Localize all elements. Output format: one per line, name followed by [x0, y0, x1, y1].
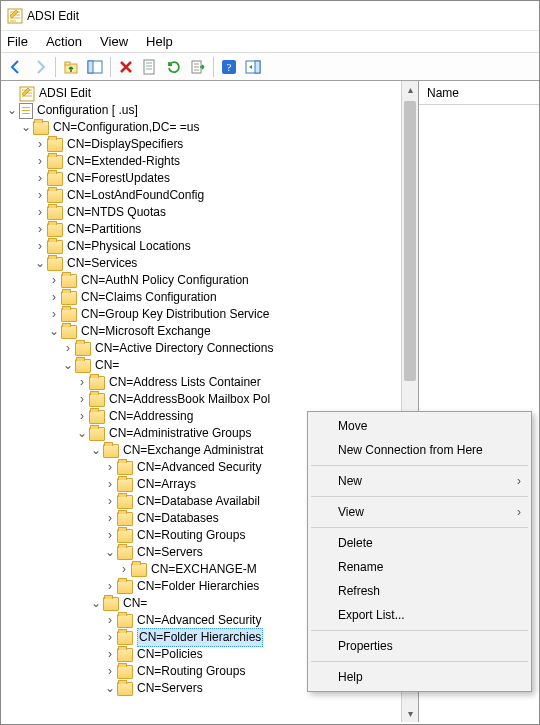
tree-label: CN=Policies — [137, 646, 203, 663]
expander-icon[interactable]: › — [47, 272, 61, 289]
window-title: ADSI Edit — [27, 9, 79, 23]
expander-icon[interactable]: › — [47, 289, 61, 306]
menu-help[interactable]: Help — [146, 34, 173, 49]
scroll-down-icon[interactable]: ▾ — [402, 705, 418, 722]
ctx-delete[interactable]: Delete — [310, 531, 529, 555]
scrollbar-thumb[interactable] — [404, 101, 416, 381]
show-hide-tree-button[interactable] — [84, 56, 106, 78]
folder-icon — [89, 376, 105, 390]
action-pane-button[interactable] — [242, 56, 264, 78]
expander-icon[interactable]: ⌄ — [103, 680, 117, 697]
menu-file[interactable]: File — [7, 34, 28, 49]
ctx-new[interactable]: New› — [310, 469, 529, 493]
menu-action[interactable]: Action — [46, 34, 82, 49]
tree-node-configuration-dn[interactable]: ⌄ CN=Configuration,DC= =us — [5, 119, 418, 136]
refresh-button[interactable] — [163, 56, 185, 78]
delete-button[interactable] — [115, 56, 137, 78]
ctx-rename[interactable]: Rename — [310, 555, 529, 579]
tree-node[interactable]: ›CN=LostAndFoundConfig — [5, 187, 418, 204]
forward-button[interactable] — [29, 56, 51, 78]
ctx-export[interactable]: Export List... — [310, 603, 529, 627]
ctx-refresh[interactable]: Refresh — [310, 579, 529, 603]
expander-icon[interactable]: › — [33, 187, 47, 204]
expander-icon[interactable]: › — [33, 221, 47, 238]
help-button[interactable]: ? — [218, 56, 240, 78]
expander-icon[interactable]: › — [103, 527, 117, 544]
folder-icon — [61, 274, 77, 288]
expander-icon[interactable]: ⌄ — [89, 595, 103, 612]
up-button[interactable] — [60, 56, 82, 78]
expander-icon[interactable]: › — [103, 459, 117, 476]
expander-icon[interactable]: ⌄ — [89, 442, 103, 459]
expander-icon[interactable]: ⌄ — [5, 102, 19, 119]
chevron-right-icon: › — [517, 505, 521, 519]
expander-icon[interactable]: › — [33, 238, 47, 255]
tree-node[interactable]: ›CN=Partitions — [5, 221, 418, 238]
expander-icon[interactable]: › — [75, 408, 89, 425]
export-button[interactable] — [187, 56, 209, 78]
ctx-properties[interactable]: Properties — [310, 634, 529, 658]
chevron-right-icon: › — [517, 474, 521, 488]
context-menu: Move New Connection from Here New› View›… — [307, 411, 532, 692]
tree-label: CN=AuthN Policy Configuration — [81, 272, 249, 289]
ctx-label: Properties — [338, 639, 393, 653]
folder-icon — [47, 240, 63, 254]
scroll-up-icon[interactable]: ▴ — [402, 81, 418, 98]
expander-icon[interactable]: ⌄ — [103, 544, 117, 561]
expander-icon[interactable]: › — [117, 561, 131, 578]
folder-icon — [47, 189, 63, 203]
expander-icon[interactable]: › — [103, 510, 117, 527]
expander-icon[interactable]: ⌄ — [75, 425, 89, 442]
tree-node[interactable]: ›CN=Physical Locations — [5, 238, 418, 255]
expander-icon[interactable]: › — [103, 493, 117, 510]
expander-icon[interactable]: › — [103, 663, 117, 680]
ctx-view[interactable]: View› — [310, 500, 529, 524]
tree-node[interactable]: ›CN=Extended-Rights — [5, 153, 418, 170]
expander-icon[interactable]: › — [47, 306, 61, 323]
ctx-label: New Connection from Here — [338, 443, 483, 457]
expander-icon[interactable]: › — [33, 136, 47, 153]
ctx-move[interactable]: Move — [310, 414, 529, 438]
tree-node[interactable]: ›CN=Active Directory Connections — [5, 340, 418, 357]
expander-icon[interactable]: › — [103, 629, 117, 646]
tree-node[interactable]: ›CN=Group Key Distribution Service — [5, 306, 418, 323]
tree-node-services[interactable]: ⌄CN=Services — [5, 255, 418, 272]
expander-icon[interactable]: › — [33, 170, 47, 187]
tree-node[interactable]: ›CN=Address Lists Container — [5, 374, 418, 391]
expander-icon[interactable]: › — [33, 153, 47, 170]
properties-button[interactable] — [139, 56, 161, 78]
tree-node[interactable]: ›CN=ForestUpdates — [5, 170, 418, 187]
expander-icon[interactable]: › — [75, 391, 89, 408]
tree-node-org[interactable]: ⌄CN= — [5, 357, 418, 374]
expander-icon[interactable]: › — [75, 374, 89, 391]
expander-icon[interactable]: ⌄ — [61, 357, 75, 374]
tree-node[interactable]: ›CN=NTDS Quotas — [5, 204, 418, 221]
folder-icon — [47, 155, 63, 169]
expander-icon[interactable]: › — [103, 612, 117, 629]
tree-node-msexchange[interactable]: ⌄CN=Microsoft Exchange — [5, 323, 418, 340]
expander-icon[interactable]: › — [103, 476, 117, 493]
expander-icon[interactable]: › — [33, 204, 47, 221]
tree-node[interactable]: ›CN=AuthN Policy Configuration — [5, 272, 418, 289]
tree-label: CN=Extended-Rights — [67, 153, 180, 170]
expander-icon[interactable]: ⌄ — [33, 255, 47, 272]
tree-node[interactable]: ›CN=AddressBook Mailbox Pol — [5, 391, 418, 408]
ctx-new-connection[interactable]: New Connection from Here — [310, 438, 529, 462]
tree-node-root[interactable]: ADSI Edit — [5, 85, 418, 102]
expander-icon[interactable]: › — [103, 646, 117, 663]
ctx-help[interactable]: Help — [310, 665, 529, 689]
tree-label: CN=LostAndFoundConfig — [67, 187, 204, 204]
expander-icon[interactable]: › — [61, 340, 75, 357]
ctx-separator — [311, 496, 528, 497]
menu-view[interactable]: View — [100, 34, 128, 49]
expander-icon[interactable]: ⌄ — [19, 119, 33, 136]
folder-icon — [89, 427, 105, 441]
back-button[interactable] — [5, 56, 27, 78]
list-column-header[interactable]: Name — [419, 81, 539, 105]
expander-icon[interactable]: › — [103, 578, 117, 595]
tree-node-configuration[interactable]: ⌄ Configuration [ .us] — [5, 102, 418, 119]
expander-icon[interactable]: ⌄ — [47, 323, 61, 340]
tree-node[interactable]: ›CN=DisplaySpecifiers — [5, 136, 418, 153]
folder-icon — [117, 529, 133, 543]
tree-node[interactable]: ›CN=Claims Configuration — [5, 289, 418, 306]
